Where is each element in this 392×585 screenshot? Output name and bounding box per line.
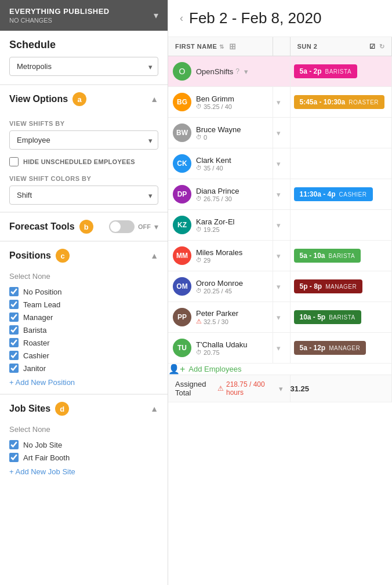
location-select-wrapper[interactable]: Metropolis xyxy=(9,57,158,76)
position-checkbox[interactable] xyxy=(9,313,19,322)
employee-actions-cell: ▾ xyxy=(273,210,290,241)
job-site-checkbox[interactable] xyxy=(9,440,19,449)
employee-info: TUT'Challa Udaku⏱20.75 xyxy=(173,339,247,357)
shift-time: 5a - 10a xyxy=(300,252,325,260)
table-row: TUT'Challa Udaku⏱20.75▾5a - 12pMANAGER xyxy=(168,333,392,364)
employee-name-cell: MMMiles Morales⏱29 xyxy=(168,241,273,271)
hide-unscheduled-row: HIDE UNSCHEDULED EMPLOYEES xyxy=(9,155,158,168)
position-checkbox[interactable] xyxy=(9,338,19,347)
position-label: Roaster xyxy=(23,339,50,347)
assigned-cell: Assigned Total⚠218.75 / 400 hours▾ xyxy=(168,375,290,402)
shift-pill[interactable]: 5a - 12pMANAGER xyxy=(294,341,366,355)
check-icon[interactable]: ☑ xyxy=(369,43,376,50)
add-employees-button[interactable]: 👤+Add Employees xyxy=(168,364,241,375)
position-label: Cashier xyxy=(23,351,49,360)
view-shift-colors-wrapper[interactable]: Shift xyxy=(9,186,158,205)
positions-badge: c xyxy=(56,249,70,263)
view-options-header[interactable]: View Options a ▲ xyxy=(0,85,168,113)
avatar: TU xyxy=(173,339,191,357)
forecast-toggle[interactable]: OFF xyxy=(109,220,151,233)
positions-list: No PositionTeam LeadManagerBaristaRoaste… xyxy=(9,285,158,375)
positions-select-none[interactable]: Select None xyxy=(9,272,158,281)
clock-icon: ⏱ xyxy=(196,288,202,294)
grid-icon[interactable]: ⊞ xyxy=(229,42,237,51)
add-position-link[interactable]: + Add New Position xyxy=(9,378,158,387)
positions-collapse-icon[interactable]: ▲ xyxy=(150,251,158,260)
add-employees-icon: 👤+ xyxy=(168,364,185,375)
forecast-tools-header[interactable]: Forecast Tools b OFF ▾ xyxy=(0,212,168,241)
employee-dropdown-icon[interactable]: ▾ xyxy=(273,159,290,168)
position-label: Manager xyxy=(23,313,53,322)
clock-icon: ⏱ xyxy=(196,103,202,110)
view-shifts-by-select[interactable]: Employee xyxy=(9,130,158,150)
employee-dropdown-icon[interactable]: ▾ xyxy=(273,344,290,353)
view-shifts-by-wrapper[interactable]: Employee xyxy=(9,130,158,150)
forecast-tools-badge: b xyxy=(79,220,93,234)
employee-hours: ⏱0 xyxy=(196,134,241,141)
shift-pill[interactable]: 5:45a - 10:30aROASTER xyxy=(294,95,385,109)
open-shift-pill[interactable]: 5a - 2p BARISTA xyxy=(294,64,358,78)
position-checkbox[interactable] xyxy=(9,364,19,373)
schedule-table: FIRST NAME ⇅ ⊞ SUN 2 ☑ ↻ xyxy=(168,37,392,402)
position-checkbox[interactable] xyxy=(9,287,19,296)
status-bar[interactable]: EVERYTHING PUBLISHED NO CHANGES ▾ xyxy=(0,0,168,31)
open-shifts-dropdown-icon[interactable]: ▾ xyxy=(244,67,248,76)
assigned-label: Assigned Total xyxy=(175,380,217,397)
employee-name-cell: TUT'Challa Udaku⏱20.75 xyxy=(168,333,273,364)
open-shifts-help-icon[interactable]: ? xyxy=(235,67,239,75)
back-button[interactable]: ‹ xyxy=(180,12,183,24)
employee-dropdown-icon[interactable]: ▾ xyxy=(273,313,290,322)
refresh-icon[interactable]: ↻ xyxy=(379,43,385,50)
shift-cell: 5p - 8pMANAGER xyxy=(290,271,392,302)
job-sites-select-none[interactable]: Select None xyxy=(9,425,158,434)
job-sites-collapse-icon[interactable]: ▲ xyxy=(150,404,158,413)
avatar: MM xyxy=(173,246,191,265)
location-select[interactable]: Metropolis xyxy=(9,57,158,76)
view-options-collapse-icon[interactable]: ▲ xyxy=(150,95,158,104)
employee-dropdown-icon[interactable]: ▾ xyxy=(273,190,290,199)
assigned-dropdown-icon[interactable]: ▾ xyxy=(279,384,283,393)
position-checkbox[interactable] xyxy=(9,325,19,335)
avatar: OM xyxy=(173,277,191,296)
shift-pill[interactable]: 5a - 10aBARISTA xyxy=(294,249,361,263)
assigned-hours-value: 218.75 / 400 hours xyxy=(226,380,275,397)
shift-pill[interactable]: 5p - 8pMANAGER xyxy=(294,279,363,293)
employee-dropdown-icon[interactable]: ▾ xyxy=(273,129,290,137)
date-range: Feb 2 - Feb 8, 2020 xyxy=(189,9,321,27)
job-sites-header[interactable]: Job Sites d ▲ xyxy=(0,394,168,423)
job-sites-title: Job Sites d xyxy=(9,402,69,416)
toggle-track[interactable] xyxy=(109,220,135,233)
avatar: DP xyxy=(173,185,191,204)
position-item: Barista xyxy=(9,324,158,336)
positions-header[interactable]: Positions c ▲ xyxy=(0,241,168,270)
job-site-label: No Job Site xyxy=(23,441,62,449)
employee-dropdown-icon[interactable]: ▾ xyxy=(273,282,290,291)
sort-icon[interactable]: ⇅ xyxy=(219,43,224,50)
shift-pill[interactable]: 11:30a - 4pCASHIER xyxy=(294,187,373,201)
view-shift-colors-select[interactable]: Shift xyxy=(9,186,158,205)
employee-cell: KZKara Zor-El⏱19.25 xyxy=(168,210,273,240)
add-job-site-link[interactable]: + Add New Job Site xyxy=(9,467,158,476)
shift-pill[interactable]: 10a - 5pBARISTA xyxy=(294,310,361,324)
shift-position: ROASTER xyxy=(349,99,379,106)
sidebar: EVERYTHING PUBLISHED NO CHANGES ▾ Schedu… xyxy=(0,0,168,585)
positions-title: Positions c xyxy=(9,249,70,263)
forecast-collapse-icon[interactable]: ▾ xyxy=(154,222,158,231)
assigned-total-value-cell: 31.25 xyxy=(290,375,392,402)
position-checkbox[interactable] xyxy=(9,300,19,309)
hide-unscheduled-checkbox[interactable] xyxy=(9,157,19,166)
employee-actions-cell: ▾ xyxy=(273,148,290,179)
hide-unscheduled-label: HIDE UNSCHEDULED EMPLOYEES xyxy=(23,158,135,165)
employee-info: PPPeter Parker⚠32.5 / 30 xyxy=(173,308,238,326)
job-site-item: No Job Site xyxy=(9,438,158,451)
employee-dropdown-icon[interactable]: ▾ xyxy=(273,221,290,230)
job-site-checkbox[interactable] xyxy=(9,453,19,462)
employee-dropdown-icon[interactable]: ▾ xyxy=(273,252,290,260)
position-label: No Position xyxy=(23,288,61,296)
employee-dropdown-icon[interactable]: ▾ xyxy=(273,98,290,107)
date-header: ‹ Feb 2 - Feb 8, 2020 xyxy=(168,0,392,37)
schedule-label: Schedule xyxy=(9,39,158,51)
position-checkbox[interactable] xyxy=(9,351,19,360)
assigned-warning-icon: ⚠ xyxy=(217,384,224,393)
employee-info: BGBen Grimm⏱35.25 / 40 xyxy=(173,93,234,111)
